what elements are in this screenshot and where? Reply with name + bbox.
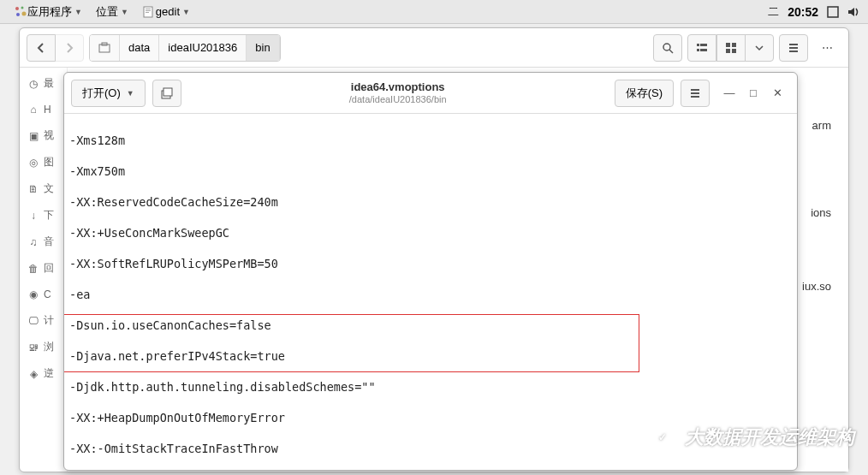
sidebar: ◷最 ⌂H ▣视 ◎图 🗎文 ↓下 ♫音 🗑回 ◉C 🖵计 🖳浏 ◈逆	[20, 68, 68, 472]
svg-line-12	[669, 50, 673, 53]
svg-rect-6	[146, 10, 151, 11]
maximize-button[interactable]: □	[746, 86, 761, 101]
open-button[interactable]: 打开(O) ▼	[71, 80, 146, 107]
places-menu[interactable]: 位置 ▼	[89, 0, 135, 23]
sidebar-item[interactable]: 🖳浏	[20, 340, 67, 354]
editor-area[interactable]: -Xms128m -Xmx750m -XX:ReservedCodeCacheS…	[64, 114, 797, 470]
svg-point-2	[16, 13, 20, 16]
sidebar-item[interactable]: ▣视	[20, 128, 67, 143]
file-item[interactable]: iux.so	[802, 280, 831, 293]
save-label: 保存(S)	[626, 86, 663, 101]
open-label: 打开(O)	[82, 86, 121, 101]
svg-rect-17	[726, 43, 730, 47]
sidebar-item[interactable]: 🗎文	[20, 181, 67, 196]
path-seg-2[interactable]: bin	[247, 35, 279, 61]
gedit-window: 打开(O) ▼ idea64.vmoptions /data/ideaIU201…	[63, 72, 798, 471]
path-seg-0[interactable]: data	[120, 35, 159, 61]
clock[interactable]: 二 20:52	[768, 4, 861, 20]
sidebar-item[interactable]: ◷最	[20, 76, 67, 91]
kebab-menu-button[interactable]: ⋯	[812, 34, 841, 62]
svg-rect-25	[163, 88, 172, 96]
sidebar-item[interactable]: 🗑回	[20, 261, 67, 276]
close-button[interactable]: ✕	[770, 86, 785, 101]
fm-toolbar: data ideaIU201836 bin ⋯	[20, 28, 848, 68]
video-icon: ▣	[27, 129, 40, 143]
code-line: -ea	[69, 287, 792, 302]
caret-down-icon: ▼	[74, 8, 82, 16]
path-seg-1[interactable]: ideaIU201836	[159, 35, 247, 61]
svg-rect-13	[697, 44, 699, 46]
hamburger-button[interactable]	[681, 80, 710, 107]
view-list-button[interactable]	[687, 34, 716, 62]
code-line: -XX:+UseConcMarkSweepGC	[69, 225, 792, 240]
path-root-icon[interactable]	[90, 35, 120, 61]
applications-menu[interactable]: 应用程序 ▼	[7, 0, 89, 23]
forward-button[interactable]	[55, 34, 84, 62]
watermark-text: 大数据开发运维架构	[685, 425, 854, 450]
view-dropdown-button[interactable]	[745, 34, 774, 62]
svg-rect-20	[732, 49, 736, 53]
camera-icon: ◎	[27, 156, 40, 169]
file-item[interactable]: arm	[812, 119, 831, 132]
caret-down-icon: ▼	[182, 8, 190, 16]
svg-rect-16	[700, 49, 707, 51]
svg-point-0	[15, 7, 19, 10]
download-icon: ↓	[27, 209, 40, 223]
code-line: -Dsun.io.useCanonCaches=false	[69, 318, 792, 333]
code-line: -Xmx750m	[69, 163, 792, 179]
square-icon	[827, 6, 839, 18]
hamburger-menu-button[interactable]	[779, 34, 808, 62]
new-tab-button[interactable]	[152, 80, 181, 107]
window-title: idea64.vmoptions	[188, 80, 608, 94]
svg-rect-15	[697, 49, 699, 51]
sidebar-item[interactable]: ◉C	[20, 288, 67, 301]
code-line: -Djava.net.preferIPv4Stack=true	[69, 348, 792, 364]
path-bar: data ideaIU201836 bin	[89, 34, 281, 62]
code-line: -XX:SoftRefLRUPolicyMSPerMB=50	[69, 256, 792, 271]
gedit-label: gedit	[156, 5, 180, 18]
save-button[interactable]: 保存(S)	[615, 80, 674, 107]
document-icon: 🗎	[27, 182, 40, 196]
places-label: 位置	[96, 4, 118, 20]
caret-down-icon: ▼	[121, 8, 128, 16]
file-item[interactable]: ions	[811, 206, 831, 219]
sidebar-item[interactable]: ◎图	[20, 155, 67, 169]
sidebar-item[interactable]: 🖵计	[20, 313, 67, 328]
svg-rect-19	[726, 49, 730, 53]
gedit-menu[interactable]: gedit ▼	[135, 0, 197, 23]
home-icon: ⌂	[27, 103, 40, 116]
sidebar-item[interactable]: ♫音	[20, 235, 67, 249]
svg-rect-5	[146, 9, 151, 9]
sidebar-item[interactable]: ◈逆	[20, 366, 67, 381]
text-editor-icon	[142, 5, 156, 19]
svg-rect-7	[146, 12, 149, 13]
day-label: 二	[768, 4, 779, 20]
svg-point-11	[663, 44, 670, 50]
gnome-foot-icon	[14, 5, 27, 19]
svg-point-1	[21, 6, 24, 9]
search-button[interactable]	[653, 34, 682, 62]
svg-point-3	[22, 11, 27, 15]
computer-icon: 🖵	[27, 314, 40, 328]
clock-icon: ◷	[27, 77, 40, 91]
svg-rect-14	[700, 44, 707, 46]
gedit-header: 打开(O) ▼ idea64.vmoptions /data/ideaIU201…	[64, 73, 797, 114]
code-line: -Xms128m	[69, 133, 792, 148]
caret-down-icon: ▼	[127, 89, 134, 98]
wechat-icon: ✓	[649, 424, 676, 451]
svg-rect-8	[828, 7, 838, 17]
sidebar-item[interactable]: ⌂H	[20, 103, 67, 116]
sidebar-item[interactable]: ↓下	[20, 208, 67, 223]
code-line: -XX:ReservedCodeCacheSize=240m	[69, 194, 792, 210]
apps-label: 应用程序	[27, 4, 72, 20]
disc-icon: ◉	[27, 288, 40, 301]
music-icon: ♫	[27, 235, 40, 249]
trash-icon: 🗑	[27, 262, 40, 276]
top-panel: 应用程序 ▼ 位置 ▼ gedit ▼ 二 20:52	[0, 0, 868, 24]
code-line: -Djdk.http.auth.tunneling.disabledScheme…	[69, 379, 792, 395]
view-grid-button[interactable]	[716, 34, 746, 62]
title-area: idea64.vmoptions /data/ideaIU201836/bin	[188, 80, 608, 106]
back-button[interactable]	[27, 34, 56, 62]
minimize-button[interactable]: —	[722, 86, 737, 101]
volume-icon[interactable]	[847, 6, 861, 18]
